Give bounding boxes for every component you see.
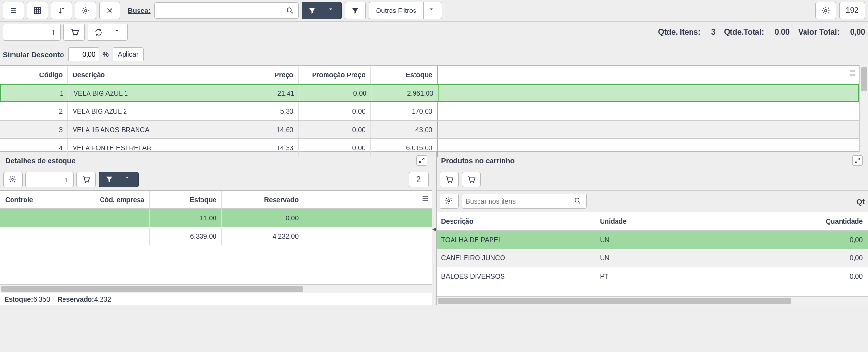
gear-icon [821,6,830,15]
cart-icon [467,175,476,184]
cell-reservado: 0,00 [222,209,303,227]
col-estoque[interactable]: Estoque [371,66,438,84]
table-row[interactable]: 2VELA BIG AZUL 25,300,00170,00 [0,102,859,121]
search-input[interactable] [159,7,286,14]
cell-estoque: 170,00 [371,102,438,120]
cell-promo: 0,00 [299,139,371,157]
stock-grid-menu-icon[interactable] [421,194,429,202]
cart-action-1-button[interactable] [440,172,459,187]
col-descricao[interactable]: Descrição [68,66,231,84]
cell-codigo: 2 [0,102,68,120]
cell-preco: 14,60 [231,121,299,138]
cart-icon [70,28,78,36]
list-view-button[interactable] [3,2,24,19]
col-cod-empresa[interactable]: Cód. empresa [77,191,150,208]
filter-button[interactable] [345,2,366,19]
cell-reservado: 4.232,00 [222,227,303,245]
stock-qty-input[interactable] [25,172,74,187]
table-row[interactable]: 11,000,00 [0,209,432,227]
grid-view-button[interactable] [27,2,48,19]
col-controle[interactable]: Controle [0,191,77,208]
table-row[interactable]: 6.339,004.232,00 [0,227,432,245]
svg-point-10 [451,182,452,183]
cart-search-input[interactable] [466,197,574,205]
refresh-icon [94,28,103,36]
settings-button[interactable] [75,2,96,19]
other-filters-dropdown[interactable] [423,2,442,19]
svg-point-1 [85,10,87,12]
other-filters-button[interactable]: Outros Filtros [369,2,423,19]
cell-quantidade: 0,00 [696,249,868,267]
refresh-dropdown[interactable] [109,24,128,41]
table-row[interactable]: 1VELA BIG AZUL 121,410,002.961,00 [0,84,859,102]
discount-input[interactable] [68,47,99,61]
cart-settings-button[interactable] [440,194,459,209]
products-grid[interactable]: Código Descrição Preço Promoção Preço Es… [0,65,859,152]
table-icon [33,6,42,15]
cart-grid[interactable]: Descrição Unidade Quantidade TOALHA DE P… [437,212,868,305]
cell-estoque: 6.339,00 [150,227,222,245]
footer-reservado-value: 4.232 [94,295,111,303]
stock-hscrollbar[interactable] [0,284,432,293]
table-row[interactable]: CANELEIRO JUNCOUN0,00 [437,249,868,267]
add-to-cart-button[interactable] [63,24,85,41]
active-filter-button[interactable] [302,2,323,19]
col-preco[interactable]: Preço [231,66,299,84]
refresh-button[interactable] [88,24,109,41]
col-promo[interactable]: Promoção Preço [299,66,371,84]
stock-add-cart-button[interactable] [76,172,96,187]
svg-point-11 [470,182,471,183]
cart-hscrollbar[interactable] [437,296,868,305]
stock-count-badge: 2 [409,172,429,187]
col-codigo[interactable]: Código [0,66,68,84]
search-icon[interactable] [286,6,294,15]
stock-details-panel: Detalhes de estoque [0,152,432,305]
simulate-label: Simular Desconto [3,50,64,59]
sort-button[interactable] [51,2,72,19]
search-icon[interactable] [574,197,582,206]
percent-label: % [103,50,109,58]
totals-display: Qtde. Itens: 3 Qtde.Total: 0,00 Valor To… [658,28,865,36]
footer-reservado-label: Reservado: [58,295,94,303]
cell-promo: 0,00 [299,102,371,120]
col-cart-descricao[interactable]: Descrição [437,212,595,230]
table-row[interactable]: TOALHA DE PAPELUN0,00 [437,231,868,249]
main-vscrollbar[interactable] [859,65,868,152]
valor-total-value: 0,00 [850,28,865,36]
stock-settings-button[interactable] [3,172,23,187]
cell-quantidade: 0,00 [696,231,868,249]
apply-button[interactable]: Aplicar [113,47,144,61]
panel-splitter[interactable] [432,152,436,305]
active-filter-dropdown[interactable] [323,2,342,19]
table-row[interactable]: BALOES DIVERSOSPT0,00 [437,267,868,285]
stock-filter-button[interactable] [99,172,120,187]
col-estoque2[interactable]: Estoque [150,191,222,208]
cell-estoque: 6.015,00 [371,139,438,157]
table-row[interactable]: 4VELA FONTE ESTRELAR14,330,006.015,00 [0,139,859,157]
top-settings-button[interactable] [815,2,836,19]
cell-unidade: PT [595,267,696,285]
table-row[interactable]: 3VELA 15 ANOS BRANCA14,600,0043,00 [0,121,859,139]
grid-menu-icon[interactable] [848,69,857,77]
cart-action-2-button[interactable] [462,172,481,187]
stock-filter-dropdown[interactable] [120,172,139,187]
bottom-panels: Detalhes de estoque [0,152,868,305]
grid-header: Código Descrição Preço Promoção Preço Es… [0,66,859,84]
tools-icon [105,6,114,15]
sort-icon [57,6,66,15]
col-reservado[interactable]: Reservado [222,191,303,208]
chevron-down-icon [328,6,337,15]
stock-grid[interactable]: Controle Cód. empresa Estoque Reservado … [0,190,432,293]
gear-icon [9,175,17,184]
search-group: Busca: [123,2,299,19]
result-count-badge: 192 [839,2,865,19]
quantity-input[interactable] [3,24,61,41]
stock-panel-title: Detalhes de estoque [5,157,75,165]
svg-point-3 [825,10,827,12]
col-cart-unidade[interactable]: Unidade [595,212,696,230]
cell-cod-empresa [77,227,150,245]
col-cart-quantidade[interactable]: Quantidade [696,212,868,230]
tools-button[interactable] [99,2,120,19]
cell-preco: 14,33 [231,139,299,157]
footer-estoque-label: Estoque: [4,295,33,303]
